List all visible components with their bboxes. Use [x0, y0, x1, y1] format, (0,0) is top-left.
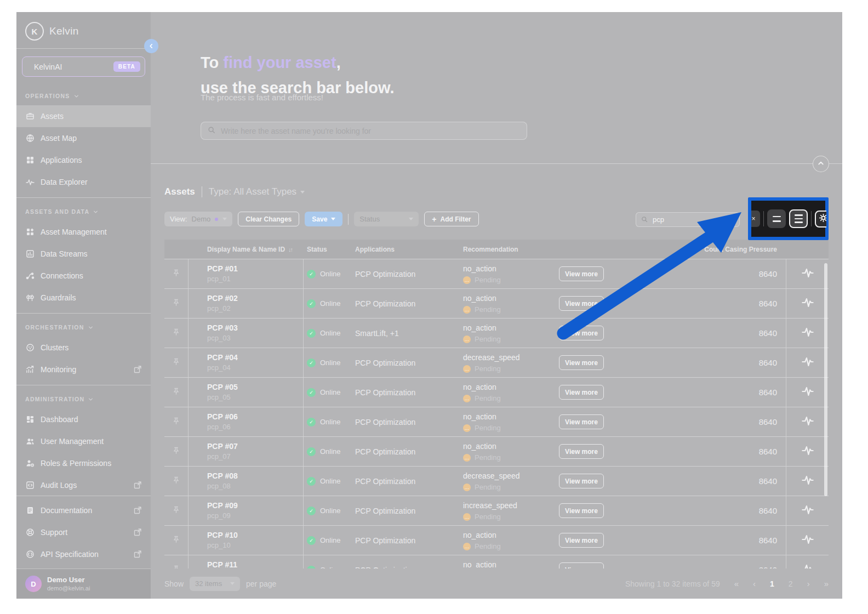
- table-scrollbar[interactable]: [824, 263, 827, 496]
- sidebar-item-asset-map[interactable]: Asset Map: [16, 127, 151, 149]
- sidebar-item-api-specification[interactable]: API Specification: [16, 543, 151, 565]
- waveform-icon[interactable]: [802, 297, 814, 311]
- table-search-input[interactable]: [652, 215, 734, 224]
- column-header-status[interactable]: Status: [304, 246, 352, 253]
- sidebar-item-support[interactable]: Support: [16, 521, 151, 543]
- view-more-button[interactable]: View more: [559, 385, 604, 400]
- table-settings-button[interactable]: [815, 211, 826, 228]
- clear-search-button[interactable]: ×: [751, 211, 760, 227]
- table-row[interactable]: PCP #06 pcp_06 ✓ Online PCP Optimization…: [164, 407, 829, 436]
- waveform-icon[interactable]: [802, 326, 814, 340]
- collapse-hero-button[interactable]: [813, 156, 829, 172]
- view-more-button[interactable]: View more: [559, 355, 604, 370]
- status-value: Online: [320, 447, 341, 456]
- pin-icon[interactable]: [172, 565, 180, 568]
- table-row[interactable]: PCP #01 pcp_01 ✓ Online PCP Optimization…: [164, 259, 829, 288]
- view-more-button[interactable]: View more: [559, 444, 604, 459]
- pin-icon[interactable]: [172, 446, 180, 457]
- section-header-assets-and-data[interactable]: ASSETS AND DATA: [16, 201, 151, 221]
- pin-icon[interactable]: [172, 417, 180, 427]
- pin-icon[interactable]: [172, 505, 180, 516]
- first-page-button[interactable]: «: [734, 579, 739, 588]
- next-page-button[interactable]: ›: [807, 579, 810, 588]
- sidebar-item-user-management[interactable]: User Management: [16, 430, 151, 452]
- applications-value: PCP Optimization: [352, 507, 459, 515]
- view-more-button[interactable]: View more: [559, 414, 604, 429]
- table-row[interactable]: PCP #02 pcp_02 ✓ Online PCP Optimization…: [164, 288, 829, 318]
- sidebar-item-dashboard[interactable]: Dashboard: [16, 408, 151, 430]
- sort-icon[interactable]: ↓↑: [288, 246, 292, 253]
- pin-icon[interactable]: [172, 298, 180, 309]
- waveform-icon[interactable]: [802, 415, 814, 429]
- app-window: K Kelvin KelvinAI BETA OPERATIONSAssetsA…: [16, 12, 842, 599]
- table-row[interactable]: PCP #09 pcp_09 ✓ Online PCP Optimization…: [164, 496, 829, 525]
- last-page-button[interactable]: »: [824, 579, 829, 588]
- table-row[interactable]: PCP #08 pcp_08 ✓ Online PCP Optimization…: [164, 466, 829, 496]
- waveform-icon[interactable]: [802, 356, 814, 370]
- page-button-1[interactable]: 1: [770, 579, 774, 588]
- waveform-icon[interactable]: [802, 267, 814, 281]
- view-more-button[interactable]: View more: [559, 533, 604, 548]
- column-header-name[interactable]: Display Name & Name ID: [207, 246, 285, 253]
- section-header-operations[interactable]: OPERATIONS: [16, 86, 151, 105]
- page-button-2[interactable]: 2: [789, 579, 793, 588]
- compact-density-button[interactable]: [789, 209, 808, 228]
- pin-icon[interactable]: [172, 535, 180, 545]
- table-row[interactable]: PCP #10 pcp_10 ✓ Online PCP Optimization…: [164, 525, 829, 555]
- table-row[interactable]: PCP #11 pcp_11 ✓ Online PCP Optimization…: [164, 555, 829, 568]
- view-more-button[interactable]: View more: [559, 562, 604, 568]
- waveform-icon[interactable]: [802, 504, 814, 518]
- sidebar-item-asset-management[interactable]: Asset Management: [16, 221, 151, 243]
- sidebar-item-label: Audit Logs: [41, 481, 127, 490]
- view-more-button[interactable]: View more: [559, 474, 604, 488]
- save-button[interactable]: Save: [305, 212, 342, 226]
- pin-icon[interactable]: [172, 476, 180, 486]
- column-header-recommendation[interactable]: Recommendation: [459, 246, 559, 253]
- sidebar-item-data-explorer[interactable]: Data Explorer: [16, 171, 151, 193]
- waveform-icon[interactable]: [802, 445, 814, 459]
- type-filter-dropdown[interactable]: Type: All Asset Types: [209, 186, 305, 197]
- sidebar-item-monitoring[interactable]: Monitoring: [16, 359, 151, 380]
- page-size-dropdown[interactable]: 32 items: [190, 577, 240, 591]
- table-row[interactable]: PCP #04 pcp_04 ✓ Online PCP Optimization…: [164, 348, 829, 377]
- sidebar-item-kelvinai[interactable]: KelvinAI BETA: [22, 56, 145, 77]
- view-more-button[interactable]: View more: [559, 296, 604, 311]
- pin-icon[interactable]: [172, 357, 180, 368]
- clear-changes-button[interactable]: Clear Changes: [238, 212, 299, 226]
- sidebar-item-data-streams[interactable]: Data Streams: [16, 243, 151, 265]
- table-row[interactable]: PCP #05 pcp_05 ✓ Online PCP Optimization…: [164, 377, 829, 407]
- asset-search-input[interactable]: [220, 126, 520, 136]
- pin-icon[interactable]: [172, 269, 180, 279]
- prev-page-button[interactable]: ‹: [753, 579, 756, 588]
- waveform-icon[interactable]: [802, 474, 814, 488]
- column-header-count[interactable]: Count Casing Pressure: [619, 246, 786, 253]
- table-row[interactable]: PCP #07 pcp_07 ✓ Online PCP Optimization…: [164, 436, 829, 466]
- asset-name: PCP #09: [207, 501, 303, 511]
- sidebar-item-applications[interactable]: Applications: [16, 149, 151, 171]
- view-selector[interactable]: View: Demo: [164, 212, 232, 226]
- sidebar-item-audit-logs[interactable]: Audit Logs: [16, 474, 151, 496]
- comfortable-density-button[interactable]: [767, 209, 786, 228]
- view-more-button[interactable]: View more: [559, 266, 604, 281]
- pin-icon[interactable]: [172, 387, 180, 397]
- sidebar-item-assets[interactable]: Assets: [16, 105, 151, 127]
- view-more-button[interactable]: View more: [559, 503, 604, 518]
- table-row[interactable]: PCP #03 pcp_03 ✓ Online SmartLift, +1 no…: [164, 318, 829, 348]
- view-more-button[interactable]: View more: [559, 326, 604, 340]
- add-filter-button[interactable]: + Add Filter: [424, 212, 478, 226]
- user-menu[interactable]: D Demo User demo@kelvin.ai: [16, 568, 151, 599]
- sidebar-item-roles-permissions[interactable]: Roles & Permissions: [16, 452, 151, 474]
- waveform-icon[interactable]: [802, 563, 814, 569]
- section-header-administration[interactable]: ADMINISTRATION: [16, 389, 151, 408]
- section-header-orchestration[interactable]: ORCHESTRATION: [16, 317, 151, 337]
- column-header-applications[interactable]: Applications: [352, 246, 459, 253]
- sidebar-collapse-button[interactable]: [144, 39, 158, 53]
- waveform-icon[interactable]: [802, 385, 814, 400]
- sidebar-item-clusters[interactable]: Clusters: [16, 337, 151, 359]
- sidebar-item-guardrails[interactable]: Guardrails: [16, 287, 151, 309]
- pin-icon[interactable]: [172, 328, 180, 338]
- status-filter-dropdown[interactable]: Status: [354, 212, 419, 226]
- waveform-icon[interactable]: [802, 533, 814, 548]
- sidebar-item-documentation[interactable]: Documentation: [16, 499, 151, 521]
- sidebar-item-connections[interactable]: Connections: [16, 265, 151, 287]
